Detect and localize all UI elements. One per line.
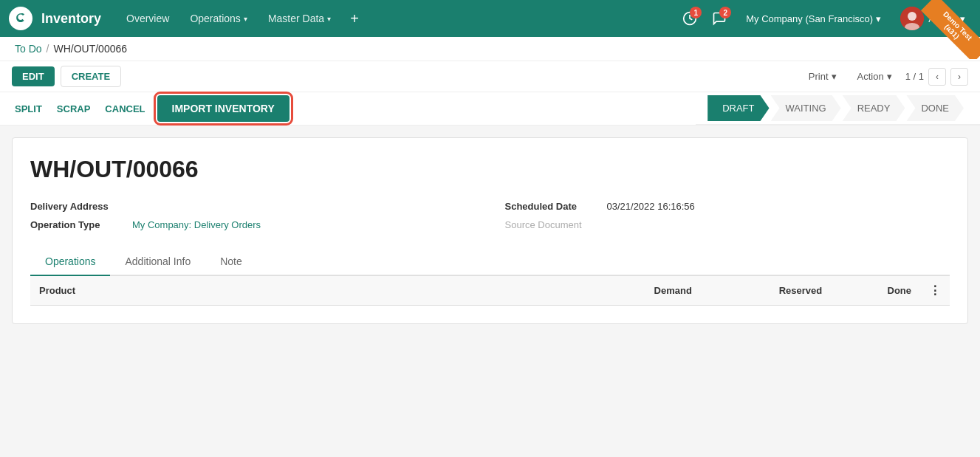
breadcrumb: To Do / WH/OUT/00066 bbox=[0, 37, 980, 61]
step-draft-label: DRAFT bbox=[707, 95, 769, 121]
split-button[interactable]: SPLIT bbox=[12, 97, 45, 120]
nav-operations-chevron: ▾ bbox=[244, 15, 247, 23]
tab-bar: Operations Additional Info Note bbox=[30, 248, 950, 276]
top-navigation: Inventory Overview Operations ▾ Master D… bbox=[0, 0, 980, 37]
table-header-row: Product Demand Reserved Done ⋮ bbox=[30, 276, 950, 306]
col-header-actions[interactable]: ⋮ bbox=[920, 276, 950, 306]
document-title: WH/OUT/00066 bbox=[30, 156, 950, 183]
cancel-button[interactable]: CANCEL bbox=[102, 97, 148, 120]
operations-table-container: Product Demand Reserved Done ⋮ bbox=[30, 276, 950, 306]
nav-add-button[interactable]: + bbox=[344, 0, 365, 37]
tab-additional-info[interactable]: Additional Info bbox=[110, 248, 205, 276]
prev-page-button[interactable]: ‹ bbox=[928, 68, 946, 86]
nav-master-data[interactable]: Master Data ▾ bbox=[261, 0, 338, 37]
status-step-waiting[interactable]: WAITING bbox=[771, 95, 843, 121]
main-content: WH/OUT/00066 Delivery Address Operation … bbox=[12, 137, 968, 324]
form-fields: Delivery Address Operation Type My Compa… bbox=[30, 201, 950, 230]
activity-icon-btn[interactable]: 1 bbox=[676, 5, 703, 32]
breadcrumb-separator: / bbox=[47, 43, 49, 55]
delivery-address-label: Delivery Address bbox=[30, 201, 126, 212]
operation-type-label: Operation Type bbox=[30, 219, 126, 230]
print-chevron: ▾ bbox=[832, 71, 837, 82]
step-done-label: DONE bbox=[906, 95, 964, 121]
operations-table: Product Demand Reserved Done ⋮ bbox=[30, 276, 950, 306]
scheduled-date-value[interactable]: 03/21/2022 16:16:56 bbox=[607, 201, 695, 212]
status-step-done[interactable]: DONE bbox=[906, 95, 965, 121]
pagination: 1 / 1 ‹ › bbox=[905, 68, 968, 86]
create-button[interactable]: CREATE bbox=[61, 66, 121, 87]
print-button[interactable]: Print ▾ bbox=[801, 66, 844, 86]
tab-note[interactable]: Note bbox=[205, 248, 257, 276]
column-options-icon[interactable]: ⋮ bbox=[929, 284, 941, 297]
company-selector[interactable]: My Company (San Francisco) ▾ bbox=[739, 0, 888, 37]
toolbar: EDIT CREATE Print ▾ Action ▾ 1 / 1 ‹ › bbox=[0, 61, 980, 92]
breadcrumb-current: WH/OUT/00066 bbox=[53, 43, 127, 55]
import-inventory-button[interactable]: IMPORT INVENTORY bbox=[157, 95, 289, 122]
user-chevron: ▾ bbox=[960, 13, 965, 24]
col-header-demand: Demand bbox=[582, 276, 701, 306]
col-header-product: Product bbox=[30, 276, 582, 306]
next-page-button[interactable]: › bbox=[950, 68, 968, 86]
user-menu[interactable]: Admin ▾ bbox=[894, 0, 971, 37]
nav-operations[interactable]: Operations ▾ bbox=[182, 0, 254, 37]
nav-icon-group: 1 2 bbox=[676, 5, 733, 32]
action-chevron: ▾ bbox=[887, 71, 892, 82]
avatar bbox=[900, 7, 924, 30]
col-header-reserved: Reserved bbox=[701, 276, 831, 306]
chat-icon-btn[interactable]: 2 bbox=[706, 5, 733, 32]
nav-overview[interactable]: Overview bbox=[119, 0, 177, 37]
scheduled-date-row: Scheduled Date 03/21/2022 16:16:56 bbox=[505, 201, 950, 212]
app-logo[interactable] bbox=[9, 7, 32, 30]
edit-button[interactable]: EDIT bbox=[12, 66, 55, 86]
status-step-draft[interactable]: DRAFT bbox=[707, 95, 770, 121]
activity-badge: 1 bbox=[690, 7, 702, 18]
tab-operations[interactable]: Operations bbox=[30, 248, 110, 276]
delivery-address-row: Delivery Address bbox=[30, 201, 476, 212]
scheduled-date-label: Scheduled Date bbox=[505, 201, 601, 212]
status-bar: DRAFT WAITING READY DONE bbox=[696, 92, 980, 125]
nav-master-data-chevron: ▾ bbox=[327, 15, 331, 23]
scrap-button[interactable]: SCRAP bbox=[54, 97, 94, 120]
breadcrumb-parent[interactable]: To Do bbox=[15, 43, 42, 55]
source-document-row: Source Document bbox=[505, 219, 950, 230]
operation-type-row: Operation Type My Company: Delivery Orde… bbox=[30, 219, 476, 230]
step-waiting-label: WAITING bbox=[771, 95, 841, 121]
chat-badge: 2 bbox=[719, 7, 731, 18]
step-ready-label: READY bbox=[843, 95, 905, 121]
action-button[interactable]: Action ▾ bbox=[850, 66, 900, 86]
action-bar: SPLIT SCRAP CANCEL IMPORT INVENTORY bbox=[0, 92, 696, 125]
app-title: Inventory bbox=[41, 11, 101, 27]
status-steps: DRAFT WAITING READY DONE bbox=[707, 95, 965, 121]
company-chevron: ▾ bbox=[876, 13, 881, 24]
svg-point-3 bbox=[908, 12, 916, 21]
operation-type-value[interactable]: My Company: Delivery Orders bbox=[132, 219, 261, 230]
status-step-ready[interactable]: READY bbox=[843, 95, 907, 121]
source-document-label: Source Document bbox=[505, 219, 601, 230]
col-header-done: Done bbox=[831, 276, 920, 306]
